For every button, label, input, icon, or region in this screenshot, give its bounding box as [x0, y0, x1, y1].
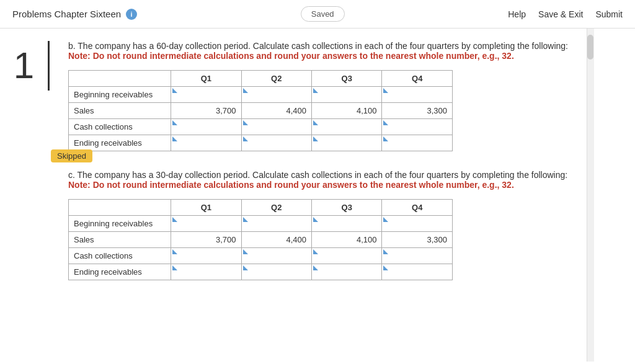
- c-beg-rec-q1-input[interactable]: [171, 216, 241, 231]
- c-beg-rec-q2-cell[interactable]: [241, 216, 311, 232]
- b-end-rec-q2-input[interactable]: [242, 135, 311, 151]
- topbar-center: Saved: [301, 6, 345, 22]
- save-exit-button[interactable]: Save & Exit: [538, 9, 583, 19]
- c-end-rec-q1-cell[interactable]: [171, 264, 241, 280]
- b-end-rec-q1-input[interactable]: [171, 135, 241, 151]
- c-cash-col-q1-input[interactable]: [171, 248, 241, 264]
- row-label: Sales: [69, 232, 171, 248]
- b-beg-rec-q4-cell[interactable]: [382, 87, 453, 103]
- b-cash-col-q2-cell[interactable]: [241, 119, 311, 135]
- c-end-rec-q2-input[interactable]: [242, 264, 311, 280]
- b-beg-rec-q4-input[interactable]: [382, 87, 452, 102]
- b-sales-q4: 3,300: [382, 103, 453, 119]
- c-cash-col-q1-cell[interactable]: [171, 248, 241, 264]
- col-q1-header-b: Q1: [171, 71, 241, 87]
- b-cash-col-q1-cell[interactable]: [171, 119, 241, 135]
- row-label: Cash collections: [69, 248, 171, 264]
- b-end-rec-q3-cell[interactable]: [312, 135, 382, 151]
- c-end-rec-q4-input[interactable]: [382, 264, 452, 280]
- c-beg-rec-q4-cell[interactable]: [382, 216, 453, 232]
- b-beg-rec-q3-cell[interactable]: [312, 87, 382, 103]
- c-end-rec-q3-cell[interactable]: [312, 264, 382, 280]
- topbar-left: Problems Chapter Sixteen i: [12, 9, 137, 20]
- c-cash-col-q2-cell[interactable]: [241, 248, 311, 264]
- c-cash-col-q3-input[interactable]: [312, 248, 381, 264]
- c-end-rec-q4-cell[interactable]: [382, 264, 453, 280]
- b-cash-col-q3-input[interactable]: [312, 119, 381, 135]
- b-cash-col-q3-cell[interactable]: [312, 119, 382, 135]
- skipped-badge: Skipped: [51, 149, 92, 162]
- table-row: Sales 3,700 4,400 4,100 3,300: [69, 103, 453, 119]
- c-beg-rec-q2-input[interactable]: [242, 216, 311, 231]
- part-b-table-container: Q1 Q2 Q3 Q4 Beginning receivables: [68, 70, 568, 151]
- b-end-rec-q4-input[interactable]: [382, 135, 452, 151]
- page-title: Problems Chapter Sixteen: [12, 9, 121, 19]
- table-row: Beginning receivables: [69, 87, 453, 103]
- col-q2-header-b: Q2: [241, 71, 311, 87]
- info-icon[interactable]: i: [126, 9, 137, 20]
- c-sales-q3: 4,100: [312, 232, 382, 248]
- b-beg-rec-q2-cell[interactable]: [241, 87, 311, 103]
- row-label: Beginning receivables: [69, 216, 171, 232]
- topbar: Problems Chapter Sixteen i Saved Help Sa…: [0, 0, 635, 29]
- b-sales-q2: 4,400: [241, 103, 311, 119]
- part-b-text: b. The company has a 60-day collection p…: [68, 41, 568, 61]
- c-cash-col-q3-cell[interactable]: [312, 248, 382, 264]
- table-row: Cash collections: [69, 248, 453, 264]
- table-row: Ending receivables: [69, 264, 453, 280]
- table-row: Cash collections: [69, 119, 453, 135]
- content-area: b. The company has a 60-day collection p…: [50, 41, 587, 349]
- part-c-text: c. The company has a 30-day collection p…: [68, 170, 568, 190]
- b-cash-col-q4-input[interactable]: [382, 119, 452, 135]
- scrollbar[interactable]: [587, 29, 594, 362]
- col-label-header: [69, 71, 171, 87]
- c-end-rec-q1-input[interactable]: [171, 264, 241, 280]
- table-row: Ending receivables: [69, 135, 453, 151]
- c-end-rec-q3-input[interactable]: [312, 264, 381, 280]
- b-cash-col-q1-input[interactable]: [171, 119, 241, 135]
- table-row: Sales 3,700 4,400 4,100 3,300: [69, 232, 453, 248]
- table-row: Beginning receivables: [69, 216, 453, 232]
- part-b-note: Note: Do not round intermediate calculat…: [68, 51, 514, 61]
- b-end-rec-q1-cell[interactable]: [171, 135, 241, 151]
- c-sales-q2: 4,400: [241, 232, 311, 248]
- b-beg-rec-q2-input[interactable]: [242, 87, 311, 102]
- c-cash-col-q2-input[interactable]: [242, 248, 311, 264]
- b-end-rec-q2-cell[interactable]: [241, 135, 311, 151]
- col-q1-header-c: Q1: [171, 200, 241, 216]
- b-end-rec-q3-input[interactable]: [312, 135, 381, 151]
- c-beg-rec-q1-cell[interactable]: [171, 216, 241, 232]
- question-number: 1: [0, 41, 50, 91]
- col-q3-header-b: Q3: [312, 71, 382, 87]
- c-sales-q4: 3,300: [382, 232, 453, 248]
- b-beg-rec-q1-input[interactable]: [171, 87, 241, 102]
- col-q4-header-c: Q4: [382, 200, 453, 216]
- c-cash-col-q4-input[interactable]: [382, 248, 452, 264]
- submit-button[interactable]: Submit: [595, 9, 623, 19]
- b-cash-col-q2-input[interactable]: [242, 119, 311, 135]
- b-beg-rec-q3-input[interactable]: [312, 87, 381, 102]
- c-beg-rec-q3-input[interactable]: [312, 216, 381, 231]
- part-c-note: Note: Do not round intermediate calculat…: [68, 180, 514, 190]
- row-label: Sales: [69, 103, 171, 119]
- help-button[interactable]: Help: [508, 9, 526, 19]
- row-label: Cash collections: [69, 119, 171, 135]
- part-c-section: c. The company has a 30-day collection p…: [68, 170, 568, 280]
- col-q2-header-c: Q2: [241, 200, 311, 216]
- b-sales-q1: 3,700: [171, 103, 241, 119]
- saved-badge: Saved: [301, 6, 345, 22]
- b-end-rec-q4-cell[interactable]: [382, 135, 453, 151]
- topbar-right: Help Save & Exit Submit: [508, 9, 623, 19]
- b-cash-col-q4-cell[interactable]: [382, 119, 453, 135]
- c-cash-col-q4-cell[interactable]: [382, 248, 453, 264]
- c-end-rec-q2-cell[interactable]: [241, 264, 311, 280]
- row-label: Ending receivables: [69, 135, 171, 151]
- b-sales-q3: 4,100: [312, 103, 382, 119]
- c-beg-rec-q3-cell[interactable]: [312, 216, 382, 232]
- part-b-table: Q1 Q2 Q3 Q4 Beginning receivables: [68, 70, 453, 151]
- c-beg-rec-q4-input[interactable]: [382, 216, 452, 231]
- part-c-table: Q1 Q2 Q3 Q4 Beginning receivables: [68, 199, 453, 280]
- col-q4-header-b: Q4: [382, 71, 453, 87]
- main-content: 1 b. The company has a 60-day collection…: [0, 29, 587, 362]
- b-beg-rec-q1-cell[interactable]: [171, 87, 241, 103]
